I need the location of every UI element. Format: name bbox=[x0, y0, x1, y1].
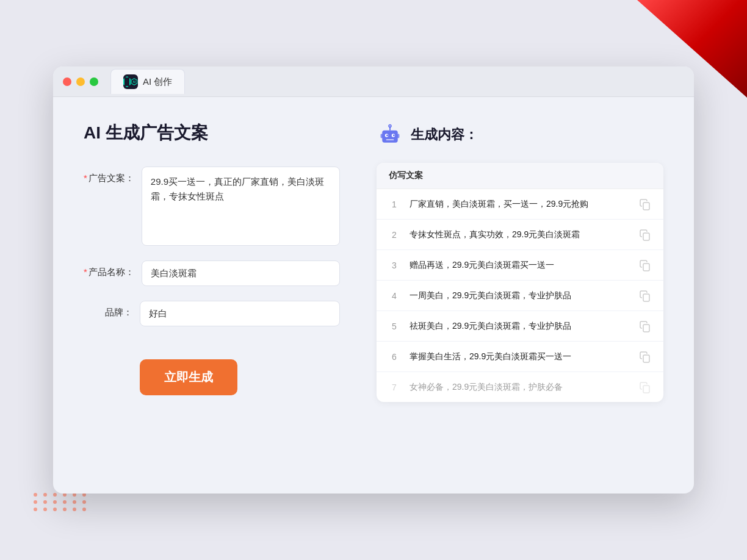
svg-point-12 bbox=[389, 125, 391, 127]
product-name-label: *产品名称： bbox=[84, 260, 134, 278]
row-text: 祛斑美白，29.9元美白淡斑霜，专业护肤品 bbox=[410, 320, 629, 332]
svg-point-5 bbox=[386, 135, 388, 137]
table-row: 5祛斑美白，29.9元美白淡斑霜，专业护肤品 bbox=[377, 311, 663, 342]
svg-rect-14 bbox=[643, 233, 649, 240]
svg-rect-18 bbox=[643, 355, 649, 362]
browser-window: AI AI 创作 AI 生成广告文案 *广告文案： 29.9买一送一，真正的厂家… bbox=[53, 66, 694, 494]
minimize-button[interactable] bbox=[76, 77, 85, 86]
result-header: 生成内容： bbox=[377, 121, 663, 148]
brand-label: 品牌： bbox=[84, 301, 132, 318]
copy-button[interactable] bbox=[639, 229, 651, 241]
robot-svg bbox=[378, 123, 402, 147]
ai-tab-icon: AI bbox=[123, 74, 138, 89]
row-number: 2 bbox=[389, 230, 400, 240]
row-text: 女神必备，29.9元美白淡斑霜，护肤必备 bbox=[410, 381, 629, 393]
copy-button[interactable] bbox=[639, 290, 651, 302]
title-bar: AI AI 创作 bbox=[53, 66, 694, 97]
right-panel: 生成内容： 仿写文案 1厂家直销，美白淡斑霜，买一送一，29.9元抢购 2专抹女… bbox=[377, 121, 663, 469]
ad-copy-label: *广告文案： bbox=[84, 167, 134, 184]
svg-rect-7 bbox=[386, 139, 394, 140]
svg-rect-15 bbox=[643, 264, 649, 271]
row-number: 7 bbox=[389, 382, 400, 392]
row-text: 掌握美白生活，29.9元美白淡斑霜买一送一 bbox=[410, 350, 629, 363]
copy-button[interactable] bbox=[639, 198, 651, 210]
ad-copy-group: *广告文案： 29.9买一送一，真正的厂家直销，美白淡斑霜，专抹女性斑点 bbox=[84, 167, 340, 246]
ad-copy-input[interactable]: 29.9买一送一，真正的厂家直销，美白淡斑霜，专抹女性斑点 bbox=[142, 167, 340, 246]
row-number: 6 bbox=[389, 352, 400, 362]
required-star-1: * bbox=[84, 173, 87, 183]
row-text: 厂家直销，美白淡斑霜，买一送一，29.9元抢购 bbox=[410, 198, 629, 210]
table-row: 6掌握美白生活，29.9元美白淡斑霜买一送一 bbox=[377, 342, 663, 372]
brand-group: 品牌： bbox=[84, 301, 340, 326]
hexagon-icon: AI bbox=[131, 76, 138, 88]
left-panel: AI 生成广告文案 *广告文案： 29.9买一送一，真正的厂家直销，美白淡斑霜，… bbox=[84, 121, 340, 469]
required-star-2: * bbox=[84, 267, 87, 277]
close-button[interactable] bbox=[63, 77, 71, 86]
main-content: AI 生成广告文案 *广告文案： 29.9买一送一，真正的厂家直销，美白淡斑霜，… bbox=[53, 97, 694, 494]
generate-button[interactable]: 立即生成 bbox=[140, 359, 237, 395]
copy-button[interactable] bbox=[639, 351, 651, 363]
copy-button[interactable] bbox=[639, 259, 651, 271]
result-table: 仿写文案 1厂家直销，美白淡斑霜，买一送一，29.9元抢购 2专抹女性斑点，真实… bbox=[377, 163, 663, 402]
copy-button[interactable] bbox=[639, 320, 651, 332]
table-row: 3赠品再送，29.9元美白淡斑霜买一送一 bbox=[377, 250, 663, 281]
table-header: 仿写文案 bbox=[377, 163, 663, 189]
svg-rect-11 bbox=[397, 134, 400, 138]
row-text: 赠品再送，29.9元美白淡斑霜买一送一 bbox=[410, 259, 629, 271]
table-row: 4一周美白，29.9元美白淡斑霜，专业护肤品 bbox=[377, 281, 663, 311]
product-name-group: *产品名称： bbox=[84, 260, 340, 286]
svg-point-6 bbox=[393, 135, 395, 137]
traffic-lights bbox=[63, 77, 98, 86]
svg-rect-2 bbox=[382, 131, 397, 143]
deco-dots bbox=[34, 493, 88, 511]
tab-title: AI 创作 bbox=[143, 76, 172, 88]
copy-button[interactable] bbox=[639, 381, 651, 393]
svg-rect-10 bbox=[381, 134, 383, 138]
svg-rect-19 bbox=[643, 386, 649, 393]
row-number: 1 bbox=[389, 199, 400, 209]
svg-rect-16 bbox=[643, 294, 649, 301]
table-row: 1厂家直销，美白淡斑霜，买一送一，29.9元抢购 bbox=[377, 189, 663, 220]
row-number: 4 bbox=[389, 291, 400, 301]
table-row: 7女神必备，29.9元美白淡斑霜，护肤必备 bbox=[377, 372, 663, 402]
svg-rect-13 bbox=[643, 203, 649, 210]
page-title: AI 生成广告文案 bbox=[84, 121, 340, 145]
ai-tab[interactable]: AI AI 创作 bbox=[110, 69, 185, 94]
brand-input[interactable] bbox=[140, 301, 340, 326]
row-number: 5 bbox=[389, 321, 400, 331]
row-number: 3 bbox=[389, 260, 400, 270]
robot-icon bbox=[377, 121, 403, 148]
row-text: 一周美白，29.9元美白淡斑霜，专业护肤品 bbox=[410, 289, 629, 302]
maximize-button[interactable] bbox=[90, 77, 98, 86]
table-row: 2专抹女性斑点，真实功效，29.9元美白淡斑霜 bbox=[377, 220, 663, 250]
result-title: 生成内容： bbox=[411, 126, 478, 144]
svg-rect-17 bbox=[643, 325, 649, 332]
row-text: 专抹女性斑点，真实功效，29.9元美白淡斑霜 bbox=[410, 228, 629, 241]
product-name-input[interactable] bbox=[142, 260, 340, 286]
svg-text:AI: AI bbox=[133, 81, 136, 84]
